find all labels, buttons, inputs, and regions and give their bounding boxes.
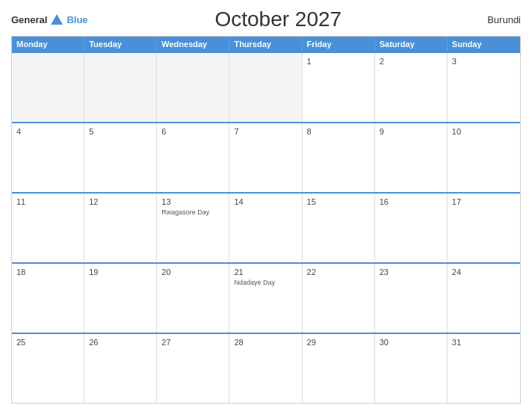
header-sunday: Sunday bbox=[448, 37, 520, 52]
calendar: Monday Tuesday Wednesday Thursday Friday… bbox=[11, 36, 521, 404]
week-row-5: 25 26 27 28 29 30 31 bbox=[12, 333, 520, 403]
country-label: Burundi bbox=[468, 14, 521, 25]
logo: General Blue bbox=[11, 14, 88, 25]
day-cell-30: 30 bbox=[375, 334, 448, 403]
day-cell-empty bbox=[229, 53, 302, 122]
day-cell-14: 14 bbox=[229, 194, 302, 262]
day-cell-7: 7 bbox=[229, 123, 302, 192]
header-thursday: Thursday bbox=[229, 37, 302, 52]
day-cell-empty bbox=[84, 53, 157, 122]
day-cell-24: 24 bbox=[448, 264, 520, 333]
header-monday: Monday bbox=[12, 37, 84, 52]
day-cell-5: 5 bbox=[84, 123, 157, 192]
day-cell-22: 22 bbox=[303, 264, 375, 333]
day-cell-4: 4 bbox=[12, 123, 84, 192]
day-cell-27: 27 bbox=[157, 334, 229, 403]
logo-triangle-icon bbox=[51, 14, 63, 25]
header-tuesday: Tuesday bbox=[84, 37, 157, 52]
month-title: October 2027 bbox=[88, 7, 468, 31]
header: General Blue October 2027 Burundi bbox=[11, 7, 521, 31]
header-wednesday: Wednesday bbox=[157, 37, 229, 52]
day-cell-23: 23 bbox=[375, 264, 448, 333]
week-row-4: 18 19 20 21 Ndadaye Day 22 23 bbox=[12, 262, 520, 333]
day-cell-empty bbox=[157, 53, 229, 122]
day-cell-3: 3 bbox=[448, 53, 520, 122]
week-row-2: 4 5 6 7 8 9 10 bbox=[12, 122, 520, 192]
day-cell-11: 11 bbox=[12, 194, 84, 262]
day-cell-18: 18 bbox=[12, 264, 84, 333]
calendar-page: General Blue October 2027 Burundi Monday… bbox=[0, 0, 532, 411]
header-saturday: Saturday bbox=[375, 37, 448, 52]
day-headers-row: Monday Tuesday Wednesday Thursday Friday… bbox=[12, 37, 520, 52]
day-cell-20: 20 bbox=[157, 264, 229, 333]
day-cell-2: 2 bbox=[375, 53, 448, 122]
logo-general-text: General bbox=[11, 14, 47, 25]
day-cell-25: 25 bbox=[12, 334, 84, 403]
day-cell-19: 19 bbox=[84, 264, 157, 333]
day-cell-15: 15 bbox=[303, 194, 375, 262]
week-row-3: 11 12 13 Rwagasore Day 14 15 16 bbox=[12, 192, 520, 262]
day-cell-13: 13 Rwagasore Day bbox=[157, 194, 229, 262]
logo-blue-text: Blue bbox=[66, 14, 87, 25]
day-cell-12: 12 bbox=[84, 194, 157, 262]
day-cell-17: 17 bbox=[448, 194, 520, 262]
day-cell-8: 8 bbox=[303, 123, 375, 192]
day-cell-26: 26 bbox=[84, 334, 157, 403]
day-cell-empty bbox=[12, 53, 84, 122]
day-cell-29: 29 bbox=[303, 334, 375, 403]
day-cell-6: 6 bbox=[157, 123, 229, 192]
day-cell-21: 21 Ndadaye Day bbox=[229, 264, 302, 333]
header-friday: Friday bbox=[303, 37, 375, 52]
day-cell-10: 10 bbox=[448, 123, 520, 192]
calendar-body: 1 2 3 4 5 6 bbox=[12, 52, 520, 403]
day-cell-9: 9 bbox=[375, 123, 448, 192]
day-cell-31: 31 bbox=[448, 334, 520, 403]
day-cell-1: 1 bbox=[303, 53, 375, 122]
day-cell-28: 28 bbox=[229, 334, 302, 403]
week-row-1: 1 2 3 bbox=[12, 52, 520, 122]
day-cell-16: 16 bbox=[375, 194, 448, 262]
